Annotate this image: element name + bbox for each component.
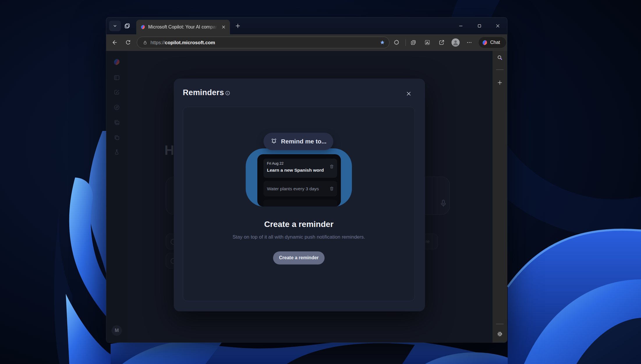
browser-content: M H re Remi — [106, 51, 507, 342]
tab-close-icon[interactable] — [221, 24, 226, 30]
lock-icon[interactable] — [142, 40, 148, 45]
sidebar-search-icon[interactable] — [497, 54, 503, 61]
illustration-phone-card: Fri Aug 22 Learn a new Spanish word Wate… — [257, 154, 341, 207]
rail-divider — [496, 324, 504, 324]
trash-icon — [329, 164, 334, 169]
info-icon[interactable] — [225, 90, 231, 96]
url-host: copilot.microsoft.com — [165, 40, 215, 45]
new-tab-button[interactable] — [235, 23, 241, 29]
window-minimize-button[interactable] — [458, 23, 464, 29]
create-reminder-button[interactable]: Create a reminder — [273, 251, 325, 264]
share-icon[interactable] — [438, 39, 445, 46]
modal-heading: Create a reminder — [264, 220, 333, 229]
reminder-row-partial — [263, 200, 337, 207]
browser-toolbar: https://copilot.microsoft.com — [106, 34, 507, 51]
edge-sidebar-rail — [493, 51, 507, 342]
copilot-page: M H re Remi — [106, 51, 493, 342]
remind-me-label: Remind me to... — [281, 138, 326, 145]
copilot-favicon — [140, 24, 146, 30]
modal-body-text: Stay on top of it all with dynamic push … — [232, 234, 366, 241]
extensions-icon[interactable] — [393, 39, 400, 46]
browser-titlebar: Microsoft Copilot: Your AI compan — [106, 17, 507, 34]
window-maximize-button[interactable] — [477, 23, 482, 29]
reminder-date: Fri Aug 22 — [267, 161, 334, 166]
refresh-icon[interactable] — [125, 39, 131, 46]
tab-title: Microsoft Copilot: Your AI compan — [148, 20, 217, 34]
web-capture-icon[interactable] — [424, 39, 431, 46]
remind-me-pill: Remind me to... — [263, 133, 333, 150]
chat-button-label: Chat — [490, 37, 500, 48]
bookmark-star-icon[interactable] — [379, 40, 385, 46]
sidebar-settings-gear-icon[interactable] — [497, 331, 503, 337]
reminders-panel: Fri Aug 22 Learn a new Spanish word Wate… — [183, 107, 415, 301]
reminder-text: Learn a new Spanish word — [267, 168, 334, 173]
close-icon[interactable] — [406, 90, 412, 97]
workspaces-icon[interactable] — [124, 22, 131, 29]
url-scheme: https:// — [150, 40, 165, 45]
browser-tab[interactable]: Microsoft Copilot: Your AI compan — [136, 20, 230, 34]
copilot-icon — [482, 40, 488, 46]
desktop: Microsoft Copilot: Your AI compan — [0, 0, 641, 364]
window-close-button[interactable] — [495, 23, 501, 29]
reminder-text: Water plants every 3 days — [267, 181, 319, 196]
settings-more-icon[interactable] — [466, 39, 472, 46]
copilot-chat-button[interactable]: Chat — [478, 37, 507, 48]
reminders-modal: Reminders Fri Aug 22 L — [174, 79, 425, 311]
collections-icon[interactable] — [410, 39, 417, 46]
back-icon[interactable] — [111, 39, 118, 46]
chevron-down-icon — [112, 23, 118, 29]
reminder-row: Fri Aug 22 Learn a new Spanish word — [263, 159, 337, 178]
tab-search-button[interactable] — [109, 21, 121, 31]
reminder-row: Water plants every 3 days — [263, 181, 337, 196]
modal-title: Reminders — [183, 88, 224, 97]
bell-icon — [270, 138, 278, 145]
profile-avatar[interactable] — [451, 38, 460, 47]
toolbar-divider — [406, 39, 406, 46]
url-text: https://copilot.microsoft.com — [150, 37, 215, 48]
browser-window: Microsoft Copilot: Your AI compan — [106, 17, 507, 342]
sidebar-add-icon[interactable] — [497, 79, 503, 86]
address-bar[interactable]: https://copilot.microsoft.com — [137, 37, 389, 48]
rail-divider — [496, 70, 504, 70]
reminders-illustration: Fri Aug 22 Learn a new Spanish word Wate… — [246, 133, 352, 207]
trash-icon — [329, 186, 334, 191]
